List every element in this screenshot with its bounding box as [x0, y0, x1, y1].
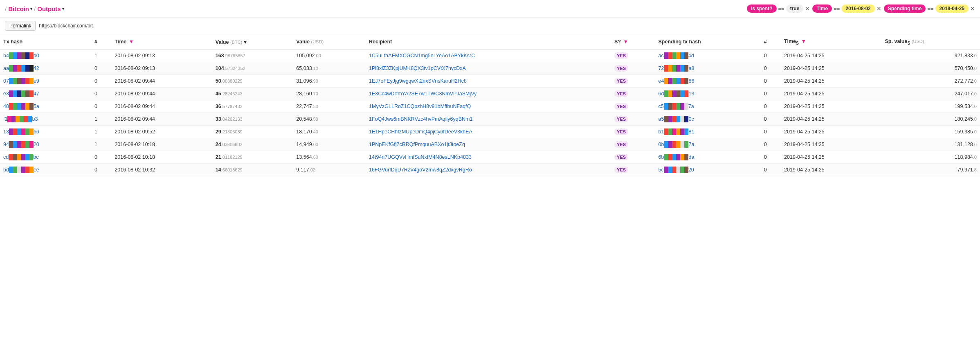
recipient-address[interactable]: 1E3Cc4wDrfmYA2SE7w1TWC3NmVPJaSMjVy — [369, 91, 477, 97]
hash-color-block — [9, 90, 34, 97]
col-spent: S? ▼ — [611, 34, 655, 49]
times-filter-icon[interactable]: ▼ — [801, 38, 806, 44]
tx-hash-prefix[interactable]: 13 — [3, 129, 9, 135]
color-segment — [668, 52, 672, 59]
usd-unit: (USD) — [311, 39, 324, 44]
tx-hash-prefix[interactable]: aa — [3, 65, 9, 71]
btc-dec: .04202133 — [221, 117, 243, 122]
color-segment — [13, 167, 17, 173]
tx-hash-suffix[interactable]: ee — [34, 167, 39, 173]
recipient-address[interactable]: 1E1HpeCHhfzMUpeDmQ4pjCy6fDeeV3khEA — [369, 129, 472, 135]
filter-spending-time-label[interactable]: Spending time — [884, 5, 926, 13]
color-segment — [672, 78, 676, 84]
filter-time-close[interactable]: ✕ — [877, 5, 881, 12]
tx-hash-suffix[interactable]: 66 — [34, 129, 39, 135]
btc-dec: .28246243 — [221, 91, 243, 96]
color-segment — [664, 78, 668, 84]
color-segment — [17, 90, 21, 97]
usd-dec: .70 — [312, 91, 318, 96]
recipient-address[interactable]: 1EJ7oFEyJjg9wgqwXt2nxSVnsKaruH2Hc8 — [369, 78, 467, 84]
tx-hash-prefix[interactable]: b4 — [3, 53, 9, 59]
tx-hash-suffix[interactable]: 42 — [34, 65, 39, 71]
sp-hash-suffix[interactable]: 7a — [688, 104, 694, 109]
breadcrumb-bitcoin[interactable]: Bitcoin ▾ — [8, 5, 32, 12]
outputs-label: Outputs — [37, 5, 61, 12]
tx-hash-cell: 405a — [0, 100, 91, 113]
sp-hash-suffix[interactable]: 0c — [688, 116, 694, 122]
tx-hash-cell: 1366 — [0, 125, 91, 138]
sp-hash-prefix[interactable]: 6d — [659, 91, 664, 97]
tx-hash-prefix[interactable]: 94 — [3, 142, 9, 147]
sp-hash-suffix[interactable]: 81 — [688, 129, 694, 135]
recipient-cell: 14t94n7UGQVvHmfSuNxfM4N8esLNKp4833 — [366, 151, 611, 163]
sp-hash-prefix[interactable]: 5c — [659, 167, 664, 173]
color-segment — [17, 154, 21, 160]
sp-hash-prefix[interactable]: 0b — [659, 142, 664, 147]
filter-time-value[interactable]: 2016-08-02 — [841, 5, 874, 13]
spent-badge: YES — [614, 154, 628, 160]
filter-is-spent-close[interactable]: ✕ — [805, 5, 810, 12]
tx-hash-suffix[interactable]: d0 — [34, 53, 39, 59]
time-cell: 2016-08-02 09:13 — [111, 62, 212, 74]
filter-spending-time-close[interactable]: ✕ — [970, 5, 975, 12]
sp-hash-suffix[interactable]: 86 — [688, 78, 694, 84]
spent-filter-icon[interactable]: ▼ — [623, 39, 628, 45]
tx-hash-prefix[interactable]: cd — [3, 154, 9, 160]
filter-time-op: == — [834, 6, 840, 12]
sp-hash-prefix[interactable]: 72 — [659, 65, 664, 71]
tx-hash-suffix[interactable]: bc — [33, 154, 38, 160]
sp-hash-suffix[interactable]: 20 — [688, 167, 694, 173]
tx-hash-suffix[interactable]: e9 — [34, 78, 39, 84]
table-row: cdbc02016-08-02 10:1821.8118212913,564.6… — [0, 151, 980, 163]
tx-hash-suffix[interactable]: b3 — [32, 116, 38, 122]
sp-hash-prefix[interactable]: c5 — [659, 104, 664, 109]
sp-value-cell: 159,385.0 — [882, 125, 980, 138]
sp-hash-prefix[interactable]: 6b — [659, 154, 664, 160]
recipient-address[interactable]: 1FoQ4Jws6mBNKRVzc4hvPmAqiiy6yqBNm1 — [369, 116, 472, 122]
sp-hash-suffix[interactable]: 7a — [688, 142, 694, 147]
col-value-btc[interactable]: Value (BTC) ▾ — [212, 34, 293, 49]
recipient-address[interactable]: 1PNpEKfGfj7cRRQfPmquuABXo1jtJtoeZq — [369, 142, 465, 147]
sp-hash-suffix[interactable]: 13 — [688, 91, 694, 97]
recipient-address[interactable]: 14t94n7UGQVvHmfSuNxfM4N8esLNKp4833 — [369, 154, 472, 160]
sp-hash-prefix[interactable]: b1 — [659, 129, 664, 135]
recipient-address[interactable]: 1C5uLfaAEMXCGCN1mg5eLYeAo1ABYkKsrC — [369, 53, 475, 59]
tx-hash-prefix[interactable]: e3 — [3, 91, 9, 97]
time-filter-icon[interactable]: ▼ — [129, 39, 134, 45]
filter-is-spent-label[interactable]: Is spent? — [747, 5, 777, 13]
recipient-address[interactable]: 16FGVurfDqD7RzV4goV2mw8qZ2dxgvRgRo — [369, 167, 472, 173]
filter-spending-time-value[interactable]: 2019-04-25 — [935, 5, 969, 13]
filter-is-spent-value[interactable]: true — [786, 5, 804, 13]
sp-hash-prefix[interactable]: e4 — [659, 78, 664, 84]
sp-hash-suffix[interactable]: da — [688, 154, 694, 160]
breadcrumb-outputs[interactable]: Outputs ▾ — [37, 5, 64, 12]
sp-time-cell: 2019-04-25 14:25 — [781, 100, 881, 113]
tx-hash-suffix[interactable]: 5a — [34, 104, 39, 109]
tx-hash-suffix[interactable]: 47 — [34, 91, 39, 97]
color-segment — [13, 103, 17, 110]
permalink-url: https://blockchair.com/bit — [39, 23, 92, 29]
tx-hash-prefix[interactable]: bd — [3, 167, 9, 173]
tx-hash-suffix[interactable]: 20 — [34, 142, 39, 147]
sp-value-int: 79,971 — [958, 167, 973, 173]
tx-hash-prefix[interactable]: 07 — [3, 78, 9, 84]
color-segment — [664, 141, 668, 148]
sp-hash-prefix[interactable]: a5 — [659, 116, 664, 122]
sp-time-cell: 2019-04-25 14:25 — [781, 151, 881, 163]
tx-hash-prefix[interactable]: 40 — [3, 104, 9, 109]
recipient-address[interactable]: 1Pi8xiZ3ZKpjUMK8QX3tv1pCVtX7nycDxA — [369, 65, 466, 71]
tx-hash-prefix[interactable]: f1 — [3, 116, 7, 122]
permalink-button[interactable]: Permalink — [5, 21, 36, 31]
sp-time-cell: 2019-04-25 14:25 — [781, 163, 881, 176]
color-segment — [9, 78, 13, 84]
sp-hash-suffix[interactable]: a8 — [688, 65, 694, 71]
recipient-address[interactable]: 1MyVzGLLRoZ1CQpzhH8v91bMffbuNFaqfQ — [369, 104, 471, 109]
usd-int: 105,092 — [296, 53, 315, 59]
btc-int: 45 — [216, 91, 221, 97]
sp-hash-prefix[interactable]: ac — [659, 53, 664, 59]
filter-time-label[interactable]: Time — [812, 5, 832, 13]
color-segment — [680, 65, 684, 72]
table-row: 07e902016-08-02 09:4450.0038022931,096.9… — [0, 74, 980, 87]
value-usd-cell: 28,160.70 — [293, 87, 366, 100]
sp-hash-suffix[interactable]: 4d — [688, 53, 694, 59]
